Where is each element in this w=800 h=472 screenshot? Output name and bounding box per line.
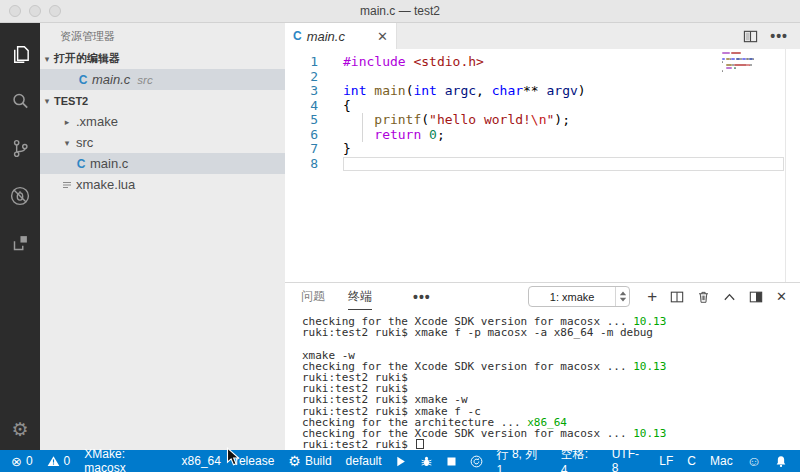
status-bar-right: 行 8, 列 1空格: 4UTF-8LFCMac☺ <box>490 450 800 472</box>
sidebar-title: 资源管理器 <box>40 23 285 48</box>
tree-item-main-c[interactable]: Cmain.c <box>40 153 285 174</box>
status-smiley[interactable]: ☺ <box>740 450 768 472</box>
panel-tab-problems[interactable]: 问题 <box>301 283 325 310</box>
status-bell[interactable] <box>768 450 794 472</box>
status-gear[interactable]: ⚙Build <box>281 450 338 472</box>
tree-item-src[interactable]: ▾src <box>40 132 285 153</box>
tree-item--xmake[interactable]: ▸.xmake <box>40 111 285 132</box>
open-editor-item[interactable]: Cmain.csrc <box>40 69 285 90</box>
minimize-window-button[interactable] <box>29 5 41 17</box>
panel-tabs: 问题终端 <box>301 283 395 310</box>
minimap-line <box>722 70 784 72</box>
line-number: 7 <box>285 142 331 157</box>
status-error-circle[interactable]: ⊗0 <box>4 450 40 472</box>
terminal-cursor <box>416 439 424 449</box>
code-line-1[interactable]: #include <stdio.h> <box>343 55 784 70</box>
status-label: C <box>687 454 696 468</box>
close-tab-icon[interactable]: ✕ <box>377 30 388 43</box>
stop-icon <box>447 457 456 466</box>
kill-terminal-icon[interactable] <box>697 290 710 304</box>
c-file-icon: C <box>293 29 302 43</box>
close-window-button[interactable] <box>9 5 21 17</box>
stepper-icon <box>615 287 629 306</box>
open-editors-header[interactable]: ▾ 打开的编辑器 <box>40 48 285 69</box>
line-number: 5 <box>285 113 331 128</box>
code-line-7[interactable]: } <box>343 142 784 157</box>
code-editor[interactable]: 12345678 #include <stdio.h>int main(int … <box>285 49 800 282</box>
status-行-8-列-1[interactable]: 行 8, 列 1 <box>490 450 554 472</box>
tree-item-xmake-lua[interactable]: xmake.lua <box>40 174 285 195</box>
status-lf[interactable]: LF <box>652 450 680 472</box>
code-line-4[interactable]: { <box>343 99 784 114</box>
status-c[interactable]: C <box>680 450 703 472</box>
window-title: main.c — test2 <box>0 4 800 18</box>
status-warning-triangle[interactable]: 0 <box>40 450 78 472</box>
status-default[interactable]: default <box>339 450 389 472</box>
tab-main-c[interactable]: C main.c ✕ <box>285 23 397 49</box>
indent-guide <box>362 113 363 128</box>
status-xmake-macosx[interactable]: XMake: macosx <box>77 450 174 472</box>
maximize-panel-icon[interactable] <box>723 292 736 302</box>
code-lines[interactable]: #include <stdio.h>int main(int argc, cha… <box>331 49 800 282</box>
chevron-down-icon: ▾ <box>40 54 54 64</box>
move-panel-icon[interactable] <box>749 290 763 304</box>
status-release[interactable]: release <box>228 450 281 472</box>
code-line-8[interactable] <box>343 157 784 172</box>
panel-tab-terminal[interactable]: 终端 <box>348 283 372 310</box>
close-panel-icon[interactable]: ✕ <box>776 290 787 303</box>
debug-icon[interactable] <box>0 172 40 219</box>
status-stop[interactable] <box>440 450 463 472</box>
split-terminal-icon[interactable] <box>670 290 684 304</box>
line-number: 4 <box>285 99 331 114</box>
status-mac[interactable]: Mac <box>703 450 740 472</box>
split-editor-icon[interactable] <box>743 29 758 44</box>
tree-item-label: xmake.lua <box>76 177 135 192</box>
tree-item-label: src <box>76 135 93 150</box>
line-number-gutter: 12345678 <box>285 49 331 282</box>
bottom-panel: 问题终端 ••• 1: xmake +✕ checking for the Xc… <box>285 282 800 450</box>
minimap-line <box>722 61 784 63</box>
minimap-line <box>722 73 784 75</box>
play-icon <box>396 456 406 467</box>
status-utf-8[interactable]: UTF-8 <box>605 450 653 472</box>
extensions-icon[interactable] <box>0 219 40 266</box>
tree-item-label: main.c <box>90 156 128 171</box>
smiley-icon: ☺ <box>747 454 761 468</box>
status-play[interactable] <box>389 450 413 472</box>
code-line-5[interactable]: printf("hello world!\n"); <box>343 113 784 128</box>
folder-root-header[interactable]: ▾ TEST2 <box>40 90 285 111</box>
chevron-down-icon: ▾ <box>60 138 74 148</box>
status-label: LF <box>659 454 673 468</box>
code-line-6[interactable]: return 0; <box>343 128 784 143</box>
explorer-icon[interactable] <box>0 31 40 78</box>
status-restart[interactable] <box>463 450 490 472</box>
code-line-2[interactable] <box>343 70 784 85</box>
status-label: x86_64 <box>182 454 221 468</box>
minimap[interactable] <box>722 52 784 76</box>
status-label: 0 <box>64 454 71 468</box>
open-editors-list: Cmain.csrc <box>40 69 285 90</box>
editor-scrollbar[interactable] <box>785 49 800 282</box>
status-label: 0 <box>26 454 33 468</box>
zoom-window-button[interactable] <box>49 5 61 17</box>
search-icon[interactable] <box>0 78 40 125</box>
bell-icon <box>775 455 787 468</box>
status-bug[interactable] <box>413 450 440 472</box>
terminal-picker[interactable]: 1: xmake <box>528 286 630 307</box>
terminal-output[interactable]: checking for the Xcode SDK version for m… <box>285 310 800 450</box>
file-icon <box>60 180 74 190</box>
source-control-icon[interactable] <box>0 125 40 172</box>
status-空格-4[interactable]: 空格: 4 <box>554 450 605 472</box>
status-label: 行 8, 列 1 <box>497 446 547 472</box>
panel-more-icon[interactable]: ••• <box>413 289 431 305</box>
new-terminal-icon[interactable]: + <box>647 288 657 305</box>
open-editor-description: src <box>137 74 152 86</box>
status-bar: ⊗00XMake: macosxx86_64release⚙Builddefau… <box>0 450 800 472</box>
minimap-line <box>722 64 784 66</box>
code-line-3[interactable]: int main(int argc, char** argv) <box>343 84 784 99</box>
vscode-window: main.c — test2 ⚙ 资源管理器 ▾ <box>0 0 800 472</box>
more-actions-icon[interactable]: ••• <box>770 28 788 44</box>
status-x86-64[interactable]: x86_64 <box>175 450 228 472</box>
settings-gear-icon[interactable]: ⚙ <box>0 408 40 450</box>
status-label: 空格: 4 <box>561 446 598 472</box>
